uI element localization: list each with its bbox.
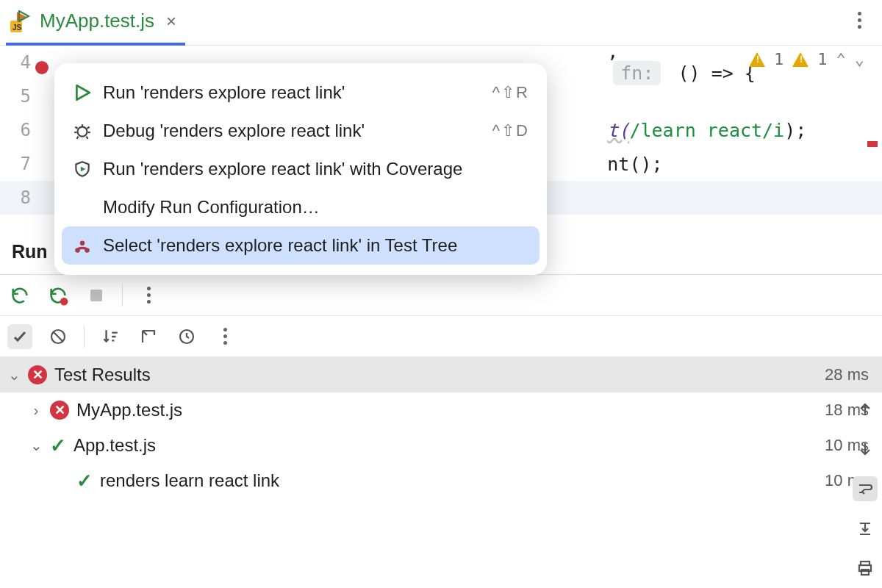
- test-tree-root-time: 28 ms: [825, 365, 875, 384]
- ctx-debug[interactable]: Debug 'renders explore react link' ^⇧D: [62, 112, 539, 150]
- parameter-hint: fn:: [613, 61, 661, 85]
- filter-toolbar-more[interactable]: [212, 324, 237, 349]
- test-tree-file-2-label: App.test.js: [74, 435, 156, 456]
- test-tree-icon: [72, 235, 93, 256]
- chevron-down-icon[interactable]: ⌄: [7, 366, 21, 384]
- svg-point-5: [78, 127, 87, 137]
- test-tree-root-label: Test Results: [54, 365, 151, 385]
- svg-rect-16: [861, 570, 869, 575]
- ctx-run-label: Run 'renders explore react link': [103, 82, 345, 103]
- history-button[interactable]: [174, 324, 199, 349]
- status-pass-icon: ✓: [50, 434, 66, 457]
- gutter-line-number[interactable]: 7: [0, 154, 41, 174]
- test-tree-case-1-label: renders learn react link: [100, 470, 279, 491]
- warning-icon: [749, 52, 765, 67]
- test-tree-file-1[interactable]: › ✕ MyApp.test.js 18 ms: [0, 392, 882, 428]
- status-pass-icon: ✓: [76, 470, 93, 492]
- status-fail-icon: ✕: [50, 401, 69, 420]
- svg-text:JS: JS: [12, 24, 22, 32]
- svg-point-9: [80, 241, 85, 246]
- svg-point-10: [60, 297, 68, 305]
- svg-marker-6: [81, 167, 86, 172]
- tab-bar-more-button[interactable]: [858, 12, 861, 29]
- status-fail-icon: ✕: [28, 365, 47, 384]
- warning-icon: [792, 52, 808, 67]
- close-tab-icon[interactable]: ×: [166, 11, 176, 32]
- scroll-up-button[interactable]: [853, 397, 878, 422]
- sort-button[interactable]: [98, 324, 123, 349]
- blank-icon: [72, 197, 93, 218]
- ctx-debug-label: Debug 'renders explore react link': [103, 121, 365, 141]
- chevron-down-icon[interactable]: ⌄: [855, 50, 864, 68]
- print-button[interactable]: [853, 556, 878, 581]
- gutter-line-number[interactable]: 5: [0, 86, 41, 107]
- svg-rect-11: [90, 290, 102, 301]
- toolbar-separator: [84, 326, 85, 348]
- show-ignored-toggle[interactable]: [46, 324, 71, 349]
- inspection-widget[interactable]: 1 1 ⌃ ⌄: [749, 50, 864, 68]
- chevron-down-icon[interactable]: ⌄: [29, 437, 43, 454]
- editor-tab-filename: MyApp.test.js: [40, 10, 154, 32]
- ctx-coverage[interactable]: Run 'renders explore react link' with Co…: [62, 150, 539, 188]
- gutter-line-number[interactable]: 8: [0, 187, 41, 208]
- editor-tab-bar: JS MyApp.test.js ×: [0, 0, 882, 46]
- ctx-select-in-tree-label: Select 'renders explore react link' in T…: [103, 235, 457, 256]
- ctx-select-in-tree[interactable]: Select 'renders explore react link' in T…: [62, 226, 539, 265]
- editor-tab-active[interactable]: JS MyApp.test.js ×: [6, 0, 185, 46]
- test-tree-case-1[interactable]: ✓ renders learn react link 10 ms: [0, 463, 882, 498]
- run-context-menu: Run 'renders explore react link' ^⇧R Deb…: [54, 63, 547, 275]
- svg-point-7: [75, 248, 80, 253]
- ctx-coverage-label: Run 'renders explore react link' with Co…: [103, 159, 462, 179]
- shield-run-icon: [72, 159, 93, 179]
- stop-button[interactable]: [84, 283, 109, 308]
- ctx-debug-shortcut: ^⇧D: [492, 121, 529, 140]
- svg-point-8: [85, 248, 90, 253]
- error-stripe-marker[interactable]: [867, 141, 878, 147]
- ctx-run-shortcut: ^⇧R: [492, 83, 529, 102]
- scroll-to-end-button[interactable]: [853, 516, 878, 541]
- output-side-strip: [848, 397, 882, 581]
- test-tree[interactable]: ⌄ ✕ Test Results 28 ms › ✕ MyApp.test.js…: [0, 357, 882, 498]
- warning-count-2: 1: [817, 50, 827, 68]
- rerun-button[interactable]: [7, 283, 32, 308]
- toolbar-separator: [122, 284, 123, 306]
- chevron-right-icon[interactable]: ›: [29, 402, 43, 419]
- run-toolbar-more[interactable]: [136, 283, 161, 308]
- run-tool-window: ⌄ ✕ Test Results 28 ms › ✕ MyApp.test.js…: [0, 274, 882, 498]
- svg-marker-4: [76, 85, 89, 100]
- run-icon: [72, 82, 93, 103]
- chevron-up-icon[interactable]: ⌃: [836, 50, 846, 68]
- import-tests-button[interactable]: [136, 324, 161, 349]
- warning-count-1: 1: [774, 50, 784, 68]
- scroll-down-button[interactable]: [853, 437, 878, 462]
- gutter-line-number[interactable]: 4: [0, 52, 41, 73]
- test-tree-root[interactable]: ⌄ ✕ Test Results 28 ms: [0, 357, 882, 392]
- test-tree-file-2[interactable]: ⌄ ✓ App.test.js 10 ms: [0, 428, 882, 463]
- bug-icon: [72, 121, 93, 141]
- run-toolbar: [0, 275, 882, 316]
- show-passed-toggle[interactable]: [7, 324, 32, 349]
- gutter-line-number[interactable]: 6: [0, 120, 41, 140]
- rerun-failed-button[interactable]: [46, 283, 71, 308]
- js-test-file-icon: JS: [10, 10, 32, 32]
- test-tree-file-1-label: MyApp.test.js: [76, 400, 182, 420]
- soft-wrap-toggle[interactable]: [853, 476, 878, 501]
- ctx-modify-config[interactable]: Modify Run Configuration…: [62, 188, 539, 226]
- ctx-modify-config-label: Modify Run Configuration…: [103, 197, 320, 218]
- ctx-run[interactable]: Run 'renders explore react link' ^⇧R: [62, 74, 539, 112]
- test-filter-toolbar: [0, 316, 882, 357]
